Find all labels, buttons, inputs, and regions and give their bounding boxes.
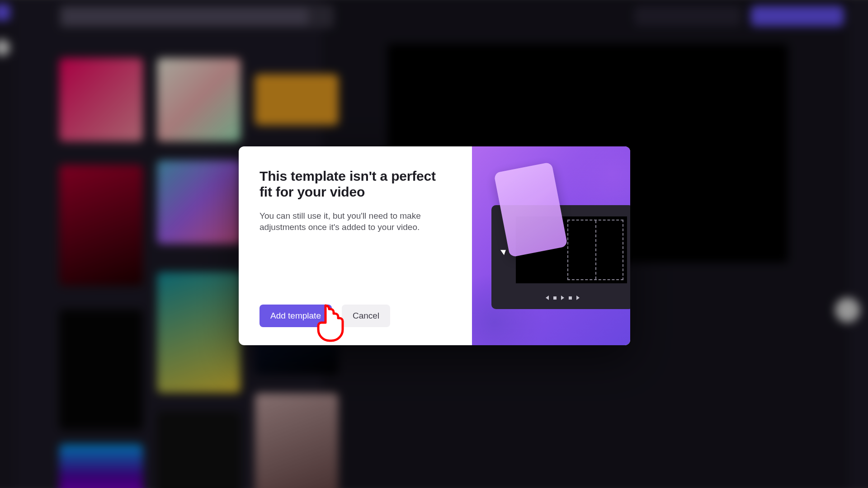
dialog-illustration — [472, 146, 630, 345]
cancel-button[interactable]: Cancel — [342, 305, 390, 327]
dialog-title: This template isn't a perfect fit for yo… — [259, 168, 451, 200]
template-fit-dialog: This template isn't a perfect fit for yo… — [239, 146, 630, 345]
illustration-controls — [491, 295, 630, 301]
dialog-actions: Add template Cancel — [259, 305, 451, 327]
illustration-drop-zone — [567, 220, 623, 280]
dialog-description: You can still use it, but you'll need to… — [259, 210, 440, 233]
add-template-button[interactable]: Add template — [259, 305, 332, 327]
dialog-content: This template isn't a perfect fit for yo… — [239, 146, 472, 345]
